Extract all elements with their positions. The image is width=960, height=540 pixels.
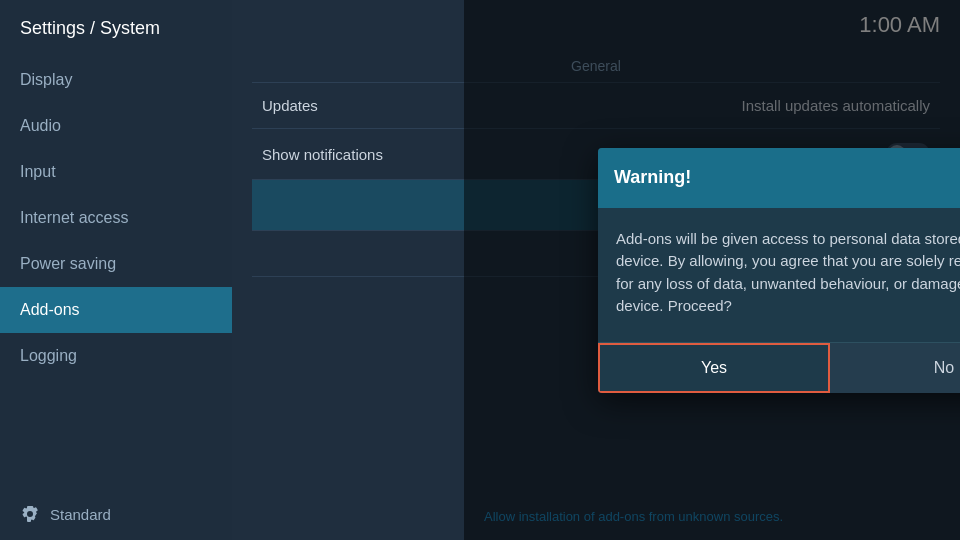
dialog-header: Warning! (598, 148, 960, 208)
sidebar-item-add-ons[interactable]: Add-ons (0, 287, 232, 333)
sidebar: Settings / System Display Audio Input In… (0, 0, 232, 540)
dialog-body: Add-ons will be given access to personal… (598, 208, 960, 342)
sidebar-item-input[interactable]: Input (0, 149, 232, 195)
sidebar-item-display[interactable]: Display (0, 57, 232, 103)
updates-label: Updates (262, 97, 318, 114)
sidebar-footer: Standard (0, 488, 232, 540)
dialog-overlay: Warning! Add-ons will be given access to… (464, 0, 960, 540)
sidebar-item-internet-access[interactable]: Internet access (0, 195, 232, 241)
sidebar-nav: Display Audio Input Internet access Powe… (0, 57, 232, 488)
show-notifications-label: Show notifications (262, 146, 383, 163)
yes-button[interactable]: Yes (598, 343, 830, 393)
sidebar-item-audio[interactable]: Audio (0, 103, 232, 149)
no-button[interactable]: No (830, 343, 960, 393)
sidebar-item-power-saving[interactable]: Power saving (0, 241, 232, 287)
page-title: Settings / System (0, 0, 232, 57)
main-content: 1:00 AM General Updates Install updates … (232, 0, 960, 540)
dialog-title: Warning! (614, 167, 691, 188)
unknown-sources-label (262, 197, 266, 214)
sidebar-item-logging[interactable]: Logging (0, 333, 232, 379)
repo-label (262, 245, 266, 262)
gear-icon (20, 504, 40, 524)
profile-label: Standard (50, 506, 111, 523)
dialog-buttons: Yes No (598, 342, 960, 393)
warning-dialog: Warning! Add-ons will be given access to… (598, 148, 960, 393)
